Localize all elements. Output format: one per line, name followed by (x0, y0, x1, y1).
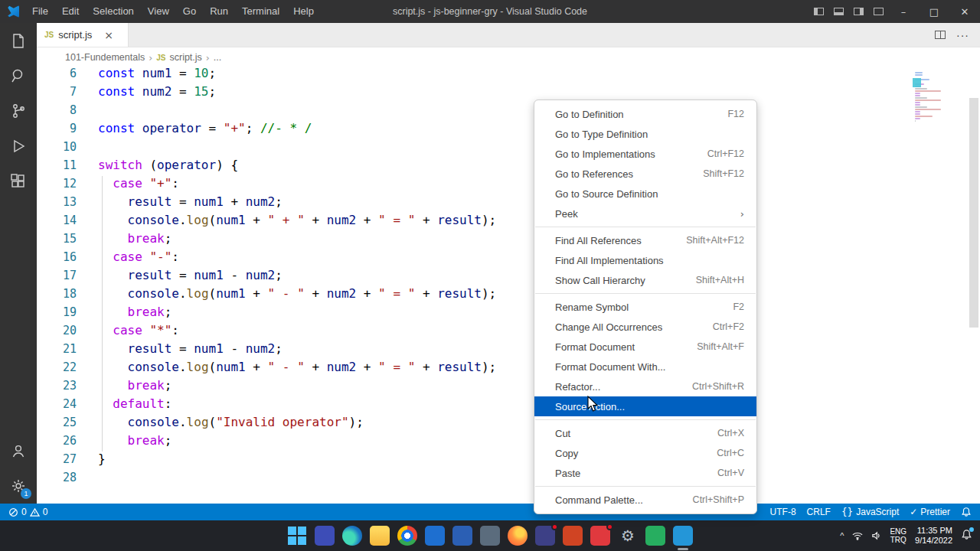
context-menu-item-go-to-type-definition[interactable]: Go to Type Definition (534, 124, 756, 144)
context-menu-item-refactor[interactable]: Refactor...Ctrl+Shift+R (534, 377, 756, 396)
code-line[interactable]: 16 case "-": (37, 248, 980, 266)
breadcrumb-file[interactable]: script.js (169, 52, 201, 63)
taskbar-icon-word[interactable] (452, 526, 472, 546)
code-line[interactable]: 22 console.log(num1 + " - " + num2 + " =… (37, 358, 980, 377)
menubar-item-help[interactable]: Help (286, 0, 321, 23)
context-menu-item-format-document[interactable]: Format DocumentShift+Alt+F (534, 337, 756, 357)
toggle-panel-icon[interactable] (828, 0, 848, 23)
context-menu-item-go-to-implementations[interactable]: Go to ImplementationsCtrl+F12 (534, 144, 756, 164)
notification-bell-icon[interactable] (961, 529, 972, 543)
taskbar-icon-steam[interactable] (480, 526, 500, 546)
code-line[interactable]: 28 (37, 468, 980, 487)
chevron-up-icon[interactable]: ^ (840, 531, 844, 540)
code-line[interactable]: 12 case "+": (37, 174, 980, 193)
context-menu-item-format-document-with[interactable]: Format Document With... (534, 357, 756, 377)
code-line[interactable]: 21 result = num1 - num2; (37, 340, 980, 358)
code-line[interactable]: 10 (37, 138, 980, 156)
code-line[interactable]: 20 case "*": (37, 321, 980, 340)
taskbar-icon-whatsapp[interactable] (645, 526, 665, 546)
context-menu-item-source-action[interactable]: Source Action... (534, 396, 756, 416)
menubar-item-run[interactable]: Run (203, 0, 235, 23)
language-mode[interactable]: {} JavaScript (836, 507, 904, 517)
taskbar-icon-vscode[interactable] (673, 526, 693, 546)
code-line[interactable]: 17 result = num1 - num2; (37, 266, 980, 285)
taskbar-icon-discord[interactable] (535, 526, 555, 546)
formatter-indicator[interactable]: ✓ Prettier (904, 507, 956, 517)
menubar-item-edit[interactable]: Edit (55, 0, 86, 23)
breadcrumb-symbol[interactable]: ... (214, 52, 221, 63)
problems-indicator[interactable]: 0 0 (3, 507, 53, 517)
code-line[interactable]: 6const num1 = 10; (37, 67, 980, 83)
menubar-item-terminal[interactable]: Terminal (235, 0, 286, 23)
customize-layout-icon[interactable] (868, 0, 888, 23)
context-menu-item-go-to-references[interactable]: Go to ReferencesShift+F12 (534, 164, 756, 184)
context-menu-item-command-palette[interactable]: Command Palette...Ctrl+Shift+P (534, 490, 756, 510)
taskbar-icon-app-red[interactable] (590, 526, 610, 546)
maximize-button[interactable]: □ (919, 0, 949, 23)
explorer-icon[interactable] (0, 23, 37, 58)
context-menu-item-show-call-hierarchy[interactable]: Show Call HierarchyShift+Alt+H (534, 270, 756, 290)
volume-icon[interactable] (871, 531, 881, 540)
wifi-icon[interactable] (852, 531, 863, 540)
menubar-item-view[interactable]: View (141, 0, 176, 23)
editor-scrollbar[interactable] (969, 98, 978, 328)
code-line[interactable]: 9const operator = "+"; //- * / (37, 119, 980, 138)
code-line[interactable]: 18 console.log(num1 + " - " + num2 + " =… (37, 285, 980, 303)
code-line[interactable]: 15 break; (37, 230, 980, 248)
breadcrumb-folder[interactable]: 101-Fundementals (65, 52, 145, 63)
code-line[interactable]: 24 default: (37, 395, 980, 413)
taskbar-icon-settings[interactable]: ⚙ (618, 526, 638, 546)
code-line[interactable]: 25 console.log("Invalid operator"); (37, 413, 980, 432)
context-menu-item-cut[interactable]: CutCtrl+X (534, 423, 756, 443)
clock[interactable]: 11:35 PM 9/14/2022 (915, 526, 952, 546)
code-line[interactable]: 26 break; (37, 432, 980, 450)
code-line[interactable]: 14 console.log(num1 + " + " + num2 + " =… (37, 211, 980, 230)
code-line[interactable]: 19 break; (37, 303, 980, 321)
taskbar-icon-outlook[interactable] (425, 526, 445, 546)
code-line[interactable]: 13 result = num1 + num2; (37, 193, 980, 211)
context-menu-item-peek[interactable]: Peek› (534, 204, 756, 223)
close-button[interactable]: ✕ (949, 0, 980, 23)
taskbar-icon-edge[interactable] (342, 526, 362, 546)
context-menu-item-paste[interactable]: PasteCtrl+V (534, 463, 756, 483)
code-line[interactable]: 23 break; (37, 377, 980, 395)
taskbar-icon-firefox[interactable] (508, 526, 528, 546)
encoding-indicator[interactable]: UTF-8 (765, 507, 802, 517)
context-menu-item-go-to-definition[interactable]: Go to DefinitionF12 (534, 104, 756, 124)
menubar-item-file[interactable]: File (25, 0, 55, 23)
minimap[interactable] (915, 72, 942, 125)
run-debug-icon[interactable] (0, 129, 37, 164)
context-menu-item-change-all-occurrences[interactable]: Change All OccurrencesCtrl+F2 (534, 317, 756, 337)
context-menu-item-copy[interactable]: CopyCtrl+C (534, 443, 756, 463)
taskbar-icon-chrome[interactable] (397, 526, 417, 546)
code-line[interactable]: 11switch (operator) { (37, 156, 980, 174)
code-line[interactable]: 8 (37, 101, 980, 119)
context-menu-item-find-all-implementations[interactable]: Find All Implementations (534, 250, 756, 270)
taskbar-icon-windows-start[interactable] (287, 526, 307, 546)
code-line[interactable]: 27} (37, 450, 980, 468)
toggle-secondary-sidebar-icon[interactable] (848, 0, 868, 23)
split-editor-icon[interactable] (935, 31, 946, 39)
settings-gear-icon[interactable]: 1 (0, 468, 37, 504)
menubar-item-selection[interactable]: Selection (86, 0, 140, 23)
taskbar-icon-file-explorer[interactable] (370, 526, 390, 546)
context-menu-item-rename-symbol[interactable]: Rename SymbolF2 (534, 297, 756, 317)
language-indicator[interactable]: ENG TRQ (890, 527, 906, 544)
search-icon[interactable] (0, 58, 37, 93)
eol-indicator[interactable]: CRLF (802, 507, 836, 517)
account-icon[interactable] (0, 433, 37, 468)
menubar-item-go[interactable]: Go (176, 0, 203, 23)
context-menu-item-find-all-references[interactable]: Find All ReferencesShift+Alt+F12 (534, 230, 756, 250)
toggle-sidebar-icon[interactable] (808, 0, 828, 23)
notifications-bell-icon[interactable] (956, 507, 977, 517)
source-control-icon[interactable] (0, 93, 37, 129)
code-editor[interactable]: 6const num1 = 10;7const num2 = 15;89cons… (37, 67, 980, 504)
extensions-icon[interactable] (0, 164, 37, 199)
taskbar-icon-teams[interactable] (315, 526, 335, 546)
more-actions-icon[interactable]: ··· (956, 29, 969, 41)
context-menu-item-go-to-source-definition[interactable]: Go to Source Definition (534, 184, 756, 204)
tab-close-icon[interactable]: × (104, 29, 113, 41)
tab-script-js[interactable]: JS script.js × (37, 23, 129, 47)
code-line[interactable]: 7const num2 = 15; (37, 83, 980, 101)
taskbar-icon-powerpoint[interactable] (563, 526, 583, 546)
